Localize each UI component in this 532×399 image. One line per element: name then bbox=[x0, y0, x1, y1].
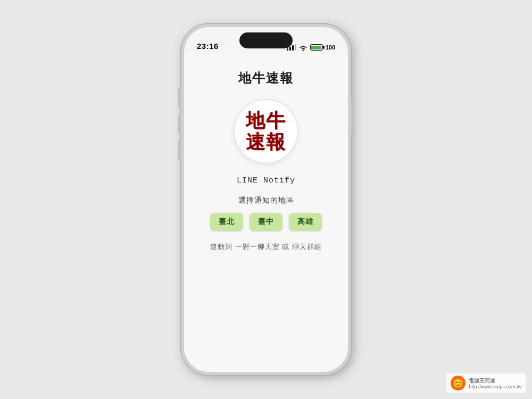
watermark-site: 電腦王阿達 bbox=[469, 377, 521, 384]
watermark-url: http://www.kocpc.com.tw bbox=[469, 384, 521, 389]
app-content: 地牛速報 地牛 速報 LINE Notify 選擇通知的地區 臺北 臺中 高雄 … bbox=[184, 54, 348, 372]
app-logo-text: 地牛 速報 bbox=[246, 110, 286, 152]
logo-line2: 速報 bbox=[246, 131, 286, 153]
status-icons: 100 bbox=[287, 44, 335, 51]
dynamic-island bbox=[239, 32, 293, 48]
line-notify-label: LINE Notify bbox=[237, 176, 295, 185]
battery-label: 100 bbox=[326, 44, 335, 51]
phone-screen: 23:16 bbox=[184, 27, 348, 372]
page-background: 23:16 bbox=[0, 0, 532, 399]
watermark: 😊 電腦王阿達 http://www.kocpc.com.tw bbox=[446, 373, 526, 393]
region-taichung-button[interactable]: 臺中 bbox=[250, 213, 282, 231]
region-taipei-button[interactable]: 臺北 bbox=[210, 213, 243, 231]
connect-text: 連動到 一對一聊天室 或 聊天群組 bbox=[210, 242, 322, 253]
region-buttons: 臺北 臺中 高雄 bbox=[210, 213, 322, 231]
watermark-avatar: 😊 bbox=[451, 376, 466, 390]
region-kaohsiung-button[interactable]: 高雄 bbox=[289, 213, 322, 231]
phone-frame: 23:16 bbox=[181, 24, 351, 375]
status-time: 23:16 bbox=[197, 41, 219, 51]
logo-line1: 地牛 bbox=[246, 110, 286, 131]
wifi-icon bbox=[299, 44, 307, 51]
battery-icon: 100 bbox=[310, 44, 335, 51]
app-logo: 地牛 速報 bbox=[234, 99, 298, 163]
app-title: 地牛速報 bbox=[238, 70, 294, 87]
select-region-text: 選擇通知的地區 bbox=[238, 196, 294, 205]
